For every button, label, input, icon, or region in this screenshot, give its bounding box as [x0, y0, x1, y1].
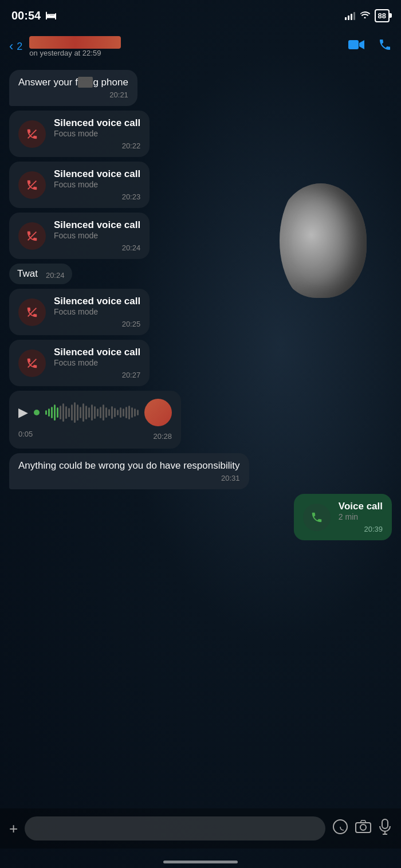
call-info: Silenced voice call Focus mode 20:27 — [54, 347, 140, 379]
message-time: 20:24 — [46, 271, 65, 280]
call-time: 20:23 — [122, 193, 141, 201]
back-chevron: ‹ — [9, 39, 13, 54]
call-subtitle: 2 min — [339, 512, 383, 521]
play-button[interactable]: ▶ — [18, 405, 28, 420]
message-text: Twat — [17, 268, 38, 280]
call-icon-bg — [18, 222, 46, 250]
sticker-button[interactable] — [332, 819, 348, 839]
voice-message[interactable]: ▶ 0:05 20:28 — [9, 391, 181, 449]
call-icon-bg — [18, 299, 46, 326]
contact-name-blurred — [29, 36, 121, 49]
svg-point-3 — [360, 824, 366, 830]
call-subtitle: Focus mode — [54, 358, 140, 367]
back-button[interactable]: ‹ 2 — [9, 39, 22, 54]
camera-button[interactable] — [355, 820, 371, 838]
call-time: 20:25 — [122, 320, 141, 328]
status-time: 00:54 — [11, 9, 41, 22]
silenced-call-2[interactable]: Silenced voice call Focus mode 20:23 — [9, 162, 150, 208]
call-info: Silenced voice call Focus mode 20:22 — [54, 117, 140, 150]
message-time: 20:21 — [18, 91, 128, 99]
message-time: 20:31 — [18, 474, 240, 482]
chat-area: Answer your f****g phone 20:21 Silenced … — [0, 64, 401, 803]
call-time: 20:22 — [122, 142, 141, 150]
waveform — [45, 402, 139, 423]
voice-call-sent[interactable]: Voice call 2 min 20:39 — [294, 494, 392, 540]
silenced-call-5[interactable]: Silenced voice call Focus mode 20:27 — [9, 340, 150, 386]
silenced-call-4[interactable]: Silenced voice call Focus mode 20:25 — [9, 289, 150, 335]
message-time: 20:28 — [153, 432, 172, 441]
voice-duration: 0:05 — [18, 430, 33, 441]
back-count: 2 — [17, 41, 22, 53]
call-info: Voice call 2 min 20:39 — [339, 501, 383, 533]
voice-controls: ▶ — [18, 399, 172, 426]
call-icon-bg — [18, 349, 46, 377]
contact-info[interactable]: on yesterday at 22:59 — [29, 36, 341, 57]
video-call-icon[interactable] — [348, 39, 364, 54]
playhead-dot — [34, 410, 40, 415]
svg-rect-0 — [348, 40, 359, 49]
call-time: 20:39 — [364, 525, 383, 533]
battery-indicator: 88 — [375, 9, 390, 22]
bed-icon: 🛏 — [45, 9, 57, 22]
message-twat: Twat 20:24 — [9, 264, 72, 284]
add-button[interactable]: + — [9, 820, 18, 838]
home-indicator — [163, 861, 238, 863]
call-icon-bg — [18, 171, 46, 199]
voice-call-icon[interactable] — [378, 38, 392, 55]
call-time: 20:27 — [122, 371, 141, 379]
call-subtitle: Focus mode — [54, 307, 140, 316]
status-icons: 88 — [345, 9, 390, 22]
message-text: Answer your f****g phone — [18, 77, 128, 88]
call-subtitle: Focus mode — [54, 180, 140, 189]
silenced-call-1[interactable]: Silenced voice call Focus mode 20:22 — [9, 111, 150, 157]
voice-meta: 0:05 20:28 — [18, 430, 172, 441]
call-subtitle: Focus mode — [54, 129, 140, 138]
call-title: Voice call — [339, 501, 383, 512]
svg-rect-4 — [382, 819, 388, 828]
message-received-1: Answer your f****g phone 20:21 — [9, 70, 137, 106]
status-bar: 00:54 🛏 88 — [0, 0, 401, 29]
call-time: 20:24 — [122, 243, 141, 252]
wifi-icon — [360, 10, 370, 21]
call-icon-bg — [18, 120, 46, 148]
signal-bars — [345, 11, 355, 20]
contact-status: on yesterday at 22:59 — [29, 49, 341, 57]
call-info: Silenced voice call Focus mode 20:23 — [54, 168, 140, 201]
call-title: Silenced voice call — [54, 168, 140, 180]
silenced-call-3[interactable]: Silenced voice call Focus mode 20:24 — [9, 213, 150, 259]
sender-avatar-blurred — [144, 399, 172, 426]
call-icon-bg — [303, 504, 331, 531]
chat-header: ‹ 2 on yesterday at 22:59 — [0, 29, 401, 64]
call-title: Silenced voice call — [54, 117, 140, 129]
call-title: Silenced voice call — [54, 296, 140, 307]
call-title: Silenced voice call — [54, 219, 140, 231]
message-input[interactable] — [25, 816, 325, 840]
header-actions — [348, 38, 392, 55]
message-received-2: Anything could be wrong you do have resp… — [9, 453, 249, 489]
call-title: Silenced voice call — [54, 347, 140, 358]
call-info: Silenced voice call Focus mode 20:24 — [54, 219, 140, 252]
message-text: Anything could be wrong you do have resp… — [18, 460, 240, 471]
microphone-button[interactable] — [378, 819, 392, 839]
call-subtitle: Focus mode — [54, 231, 140, 240]
call-info: Silenced voice call Focus mode 20:25 — [54, 296, 140, 328]
bottom-toolbar: + — [0, 808, 401, 849]
